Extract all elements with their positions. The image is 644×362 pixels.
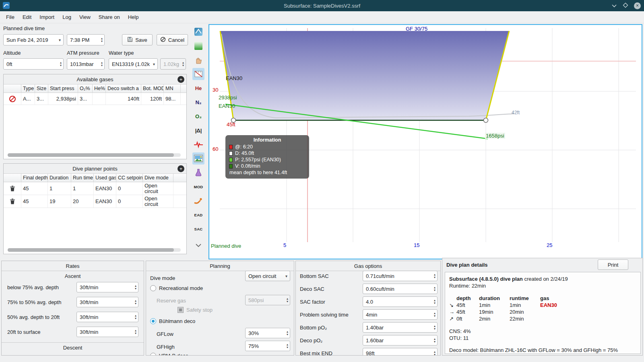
dive-mode-label: Dive mode bbox=[150, 275, 175, 281]
spin-down-icon[interactable] bbox=[287, 333, 288, 336]
minimize-icon[interactable] bbox=[611, 3, 617, 9]
col-bot-mod[interactable]: Bot. MOD bbox=[141, 84, 164, 93]
trash-icon[interactable] bbox=[4, 195, 21, 208]
planner-point-row[interactable]: 45 1 1 EAN30 0 Open circuit bbox=[4, 182, 186, 195]
pp-he-icon[interactable]: He bbox=[192, 82, 204, 94]
hand-icon[interactable] bbox=[192, 54, 204, 66]
tissues-icon[interactable] bbox=[192, 167, 204, 179]
sac-factor-spinner[interactable]: 4.0 bbox=[363, 296, 438, 307]
dc-data-icon[interactable]: |Δ| bbox=[192, 124, 204, 136]
titlebar[interactable]: Subsurface: SampleDivesV2.ssrf × bbox=[0, 0, 644, 11]
altitude-spinner[interactable]: 0ft bbox=[3, 58, 64, 70]
spin-down-icon[interactable] bbox=[434, 353, 436, 356]
ascent-rate-spinner-surface[interactable]: 30ft/min bbox=[76, 327, 138, 337]
save-button[interactable]: Save bbox=[122, 34, 153, 45]
best-mix-end-spinner[interactable]: 98ft bbox=[363, 348, 438, 356]
mean-depth-end-label: 42ft bbox=[512, 110, 520, 115]
dive-mode-combo[interactable]: Open circuit bbox=[245, 271, 290, 281]
spin-down-icon[interactable] bbox=[135, 287, 136, 290]
atm-pressure-spinner[interactable]: 1013mbar bbox=[67, 58, 105, 70]
gas-row[interactable]: A... 3... 2,938psi 3... 140ft 120ft 98..… bbox=[4, 93, 186, 105]
spin-down-icon[interactable] bbox=[434, 315, 436, 317]
col-run-time[interactable]: Run time bbox=[71, 174, 94, 182]
col-cc-setpoint[interactable]: CC setpoint bbox=[116, 174, 143, 182]
sac-icon[interactable]: SAC bbox=[192, 223, 204, 235]
scroll-more-icon[interactable] bbox=[192, 241, 204, 250]
cancel-button[interactable]: Cancel bbox=[157, 34, 188, 45]
spin-down-icon[interactable] bbox=[135, 317, 136, 320]
menu-file[interactable]: File bbox=[2, 12, 19, 22]
spin-down-icon[interactable] bbox=[434, 327, 436, 330]
recreational-mode-radio[interactable]: Recreational mode bbox=[150, 285, 203, 291]
spin-down-icon[interactable] bbox=[434, 340, 436, 343]
col-final-depth[interactable]: Final depth bbox=[21, 174, 48, 182]
mod-icon[interactable]: MOD bbox=[192, 181, 204, 193]
points-table-header: Final depth Duration Run time Used gas C… bbox=[4, 174, 186, 182]
col-used-gas[interactable]: Used gas bbox=[94, 174, 116, 182]
dive-date-combo[interactable]: Sun Feb 24, 2019 bbox=[3, 34, 64, 45]
col-dive-mode[interactable]: Dive mode bbox=[143, 174, 173, 182]
maximize-icon[interactable] bbox=[623, 2, 628, 9]
ascent-rate-spinner-20ft[interactable]: 30ft/min bbox=[76, 312, 138, 322]
pp-n2-icon[interactable]: N₂ bbox=[192, 96, 204, 108]
pp-o2-icon[interactable]: O₂ bbox=[192, 110, 204, 122]
spin-down-icon[interactable] bbox=[434, 289, 436, 292]
gases-hscrollbar[interactable] bbox=[8, 153, 181, 157]
gfhigh-spinner[interactable]: 75% bbox=[245, 341, 290, 351]
dive-time-spinner[interactable]: 7:38 PM bbox=[67, 34, 105, 45]
photos-icon[interactable] bbox=[192, 152, 204, 165]
add-gas-button[interactable]: + bbox=[178, 76, 184, 83]
dive-planner-points-group: Dive planner points + Final depth Durati… bbox=[3, 163, 187, 254]
deco-sac-spinner[interactable]: 0.60cuft/min bbox=[363, 284, 438, 294]
add-point-button[interactable]: + bbox=[178, 165, 184, 172]
dive-computer-icon[interactable] bbox=[192, 26, 204, 38]
spin-down-icon[interactable] bbox=[60, 64, 62, 67]
ceiling-icon[interactable] bbox=[192, 40, 204, 52]
spin-down-icon[interactable] bbox=[135, 332, 136, 335]
ascent-rate-spinner-50[interactable]: 30ft/min bbox=[76, 297, 138, 307]
problem-solving-time-spinner[interactable]: 4min bbox=[363, 309, 438, 320]
gflow-spinner[interactable]: 30% bbox=[245, 328, 290, 338]
spin-down-icon[interactable] bbox=[135, 302, 136, 305]
menu-help[interactable]: Help bbox=[124, 12, 143, 22]
altitude-label: Altitude bbox=[3, 50, 21, 56]
col-mnd[interactable]: MN bbox=[164, 84, 181, 93]
ruler-icon[interactable] bbox=[192, 68, 204, 80]
print-button[interactable]: Print bbox=[598, 259, 628, 270]
menu-share-on[interactable]: Share on bbox=[95, 12, 124, 22]
col-he[interactable]: He% bbox=[93, 84, 106, 93]
buhlmann-deco-radio[interactable]: Bühlmann deco bbox=[150, 318, 195, 324]
ead-icon[interactable]: EAD bbox=[192, 209, 204, 221]
menu-edit[interactable]: Edit bbox=[19, 12, 35, 22]
close-icon[interactable]: × bbox=[634, 2, 641, 9]
bottom-sac-spinner[interactable]: 0.71cuft/min bbox=[363, 271, 438, 281]
spin-down-icon[interactable] bbox=[434, 276, 436, 279]
points-hscrollbar[interactable] bbox=[8, 248, 181, 252]
spin-down-icon[interactable] bbox=[287, 346, 288, 349]
heart-rate-icon[interactable] bbox=[192, 138, 204, 150]
dive-point-handle[interactable] bbox=[484, 118, 488, 123]
water-type-combo[interactable]: EN13319 (1.02k bbox=[109, 58, 158, 70]
spin-down-icon[interactable] bbox=[101, 64, 103, 67]
menu-view[interactable]: View bbox=[75, 12, 95, 22]
diver-icon[interactable] bbox=[192, 195, 204, 207]
deco-po2-spinner[interactable]: 1.60bar bbox=[363, 335, 438, 346]
col-duration[interactable]: Duration bbox=[48, 174, 71, 182]
menu-log[interactable]: Log bbox=[58, 12, 75, 22]
col-start-press[interactable]: Start press bbox=[48, 84, 78, 93]
dive-profile-chart[interactable]: GF 30/75 30 60 5 15 25 Planned dive EAN3… bbox=[208, 24, 642, 259]
ascent-rate-spinner-75[interactable]: 30ft/min bbox=[76, 282, 138, 292]
bottom-po2-spinner[interactable]: 1.40bar bbox=[363, 322, 438, 333]
col-deco-switch[interactable]: Deco switch a bbox=[106, 84, 141, 93]
col-type[interactable]: Type bbox=[21, 84, 35, 93]
spin-down-icon[interactable] bbox=[434, 302, 436, 304]
col-size[interactable]: Size bbox=[35, 84, 48, 93]
spin-down-icon[interactable] bbox=[101, 40, 103, 43]
planner-point-row[interactable]: 45 19 20 EAN30 0 Open circuit bbox=[4, 195, 186, 208]
planned-dive-time-label: Planned dive time bbox=[3, 25, 45, 31]
col-o2[interactable]: O₂% bbox=[78, 84, 93, 93]
vpmb-deco-radio[interactable]: VPM-B deco bbox=[150, 353, 188, 356]
remove-gas-icon[interactable] bbox=[4, 93, 21, 105]
menu-import[interactable]: Import bbox=[35, 12, 58, 22]
trash-icon[interactable] bbox=[4, 182, 21, 195]
